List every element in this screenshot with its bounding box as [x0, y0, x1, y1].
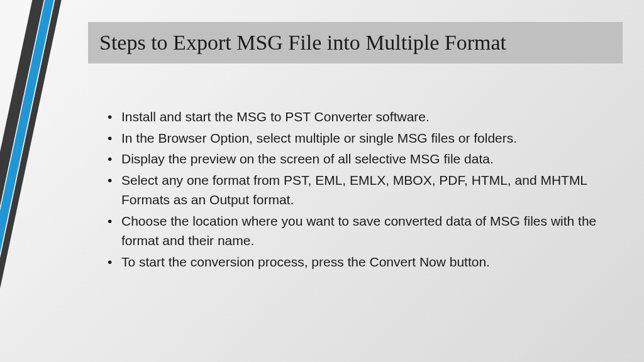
decorative-stripes [0, 0, 94, 362]
list-item: In the Browser Option, select multiple o… [104, 128, 607, 148]
steps-list: Install and start the MSG to PST Convert… [104, 107, 607, 272]
slide-title: Steps to Export MSG File into Multiple F… [99, 31, 611, 55]
title-box: Steps to Export MSG File into Multiple F… [88, 22, 623, 63]
list-item: Display the preview on the screen of all… [104, 149, 607, 169]
list-item: Install and start the MSG to PST Convert… [104, 107, 607, 127]
content-area: Install and start the MSG to PST Convert… [104, 107, 607, 273]
list-item: Choose the location where you want to sa… [104, 211, 607, 251]
list-item: To start the conversion process, press t… [104, 252, 607, 272]
list-item: Select any one format from PST, EML, EML… [104, 170, 607, 210]
